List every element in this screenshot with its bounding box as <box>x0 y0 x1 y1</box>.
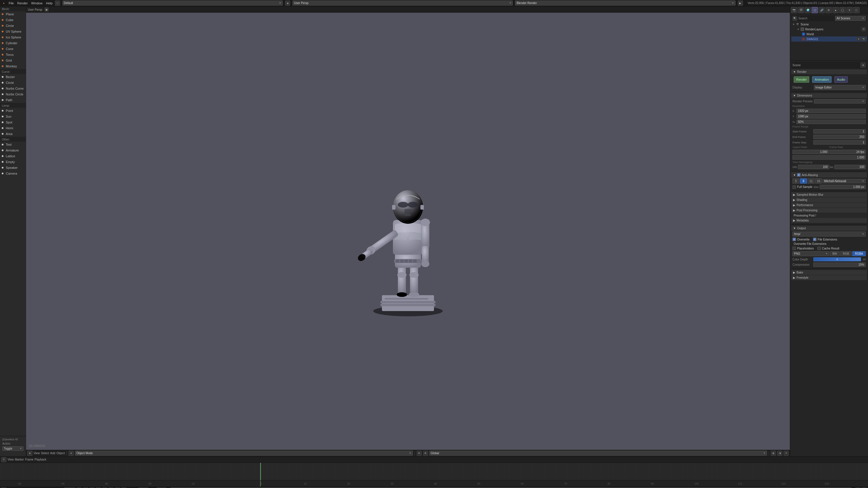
frame-btn[interactable]: Frame <box>25 458 34 461</box>
menu-item-camera[interactable]: Camera <box>0 170 26 176</box>
aa-btn-8[interactable]: 8 <box>800 178 807 184</box>
snap-icon[interactable]: ⊞ <box>423 451 428 456</box>
bw-btn[interactable]: BW <box>830 251 840 256</box>
asp-x-value[interactable]: 1.000 <box>793 150 829 154</box>
metadata-header[interactable]: ▶ Metadata <box>791 218 867 223</box>
menu-item-empty[interactable]: Empty <box>0 159 26 165</box>
object-btn[interactable]: Object <box>56 452 65 455</box>
animation-button[interactable]: Animation <box>812 76 832 83</box>
object-render-icon[interactable]: 📷 <box>862 37 866 41</box>
shading-header[interactable]: ▶ Shading <box>791 197 867 203</box>
viewport-view-icon[interactable]: ▣ <box>44 7 49 11</box>
file-ext-checkbox[interactable] <box>813 238 816 241</box>
aa-checkbox[interactable] <box>797 173 801 176</box>
menu-item-text[interactable]: Text <box>0 142 26 148</box>
marker-btn[interactable]: Marker <box>15 458 24 461</box>
menu-item-hemi[interactable]: Hemi <box>0 125 26 131</box>
mode-icon[interactable]: □ <box>55 1 60 6</box>
mitchell-dropdown[interactable]: Mitchell-Netravali ▼ <box>823 179 866 183</box>
constraint-icon[interactable]: 🔗 <box>818 7 825 13</box>
menu-item-cube[interactable]: Cube <box>0 17 26 23</box>
menu-item-circle[interactable]: Circle <box>0 23 26 29</box>
start-frame-value[interactable]: 1 <box>813 129 866 134</box>
post-processing-header[interactable]: ▶ Post Processing <box>791 208 867 213</box>
menu-item-cone[interactable]: Cone <box>0 46 26 52</box>
menu-render[interactable]: Render <box>18 1 28 5</box>
rgb-btn[interactable]: RGB <box>840 251 852 256</box>
end-frame-value[interactable]: 250 <box>813 135 866 139</box>
aa-size-value[interactable]: 1.000 px <box>820 185 866 189</box>
engine-dropdown[interactable]: Blender Render ▼ <box>515 1 735 5</box>
viewport-content[interactable]: (0) SWAG01 <box>26 13 790 456</box>
res-pct-value[interactable]: 50% <box>797 120 866 124</box>
pivot-icon[interactable]: ⊕ <box>416 451 422 456</box>
color-depth-bar[interactable]: 8 <box>813 257 861 261</box>
viewport-icon-1[interactable]: ◈ <box>27 451 32 456</box>
menu-item-nurbs-circle[interactable]: Nurbs Circle <box>0 91 26 97</box>
world-props-icon[interactable]: 🌍 <box>805 7 811 13</box>
output-path-field[interactable]: /tmp/ ▼ <box>793 232 866 236</box>
menu-item-nurbs-curve[interactable]: Nurbs Curve <box>0 86 26 91</box>
timeline-area[interactable] <box>0 463 868 480</box>
motion-blur-header[interactable]: ▶ Sampled Motion Blur <box>791 192 867 197</box>
rgba-btn[interactable]: RGBA <box>852 251 866 256</box>
output-section-header[interactable]: ▼ Output <box>791 226 867 231</box>
res-y-value[interactable]: 1080 px <box>797 114 866 119</box>
freestyle-header[interactable]: ▶ Freestyle <box>791 275 867 281</box>
panel-search-icon[interactable]: 🔍 <box>793 16 797 21</box>
menu-help[interactable]: Help <box>46 1 53 5</box>
mode-dropdown[interactable]: Default ▼ <box>62 1 283 5</box>
old-value[interactable]: 100 <box>798 165 829 169</box>
scenes-dropdown[interactable]: All Scenes ▼ <box>835 16 866 21</box>
particle-icon[interactable]: ✦ <box>846 7 852 13</box>
view-timeline-btn[interactable]: View <box>7 458 14 461</box>
menu-window[interactable]: Window <box>31 1 42 5</box>
renderlayers-options[interactable]: ⚙ <box>862 27 866 31</box>
menu-item-armature[interactable]: Armature <box>0 148 26 153</box>
overwrite-checkbox[interactable] <box>793 238 796 241</box>
data-icon[interactable]: ▲ <box>832 7 839 13</box>
menu-item-spot[interactable]: Spot <box>0 120 26 125</box>
object-props-icon[interactable]: ◻ <box>812 7 818 13</box>
aa-section-header[interactable]: ▼ Anti-Aliasing <box>791 172 867 178</box>
playback-btn[interactable]: Playback <box>35 458 46 461</box>
menu-item-torus[interactable]: Torus <box>0 52 26 58</box>
menu-item-uvsphere[interactable]: UV Sphere <box>0 29 26 34</box>
format-dropdown[interactable]: PNG ▼ <box>793 251 829 256</box>
tree-item-object[interactable]: ◻ SWAG01 👁 📷 <box>791 36 867 42</box>
scene-dropdown[interactable]: User Persp ▼ <box>292 1 513 5</box>
full-sample-checkbox[interactable] <box>793 185 796 189</box>
render-icon[interactable]: ◐ <box>771 451 776 456</box>
menu-item-grid[interactable]: Grid <box>0 58 26 63</box>
compression-value[interactable]: 15% <box>813 262 866 267</box>
transform-dropdown[interactable]: Global ▼ <box>429 451 767 456</box>
bake-header[interactable]: ▶ Bake <box>791 270 867 275</box>
frame-step-value[interactable]: 1 <box>813 140 866 144</box>
menu-item-point[interactable]: Point <box>0 108 26 113</box>
menu-item-plane[interactable]: Plane <box>0 11 26 17</box>
new-value[interactable]: 100 <box>834 165 866 169</box>
manipulator-icon[interactable]: ✛ <box>783 451 789 456</box>
render-button[interactable]: Render <box>794 76 809 83</box>
menu-item-speaker[interactable]: Speaker <box>0 165 26 170</box>
audio-button[interactable]: Audio <box>834 76 848 83</box>
select-btn[interactable]: Select <box>41 452 49 455</box>
view-icon[interactable]: ◈ <box>285 1 290 6</box>
menu-item-lattice[interactable]: Lattice <box>0 153 26 159</box>
menu-item-sun[interactable]: Sun <box>0 113 26 120</box>
render-presets-dropdown[interactable]: ▼ <box>814 99 866 103</box>
action-dropdown[interactable]: Toggle ▼ <box>2 446 24 451</box>
aa-btn-5[interactable]: 5 <box>793 178 799 184</box>
icon-btn-1[interactable]: ▶ <box>738 1 743 6</box>
menu-item-monkey[interactable]: Monkey <box>0 63 26 69</box>
aa-btn-16[interactable]: 16 <box>815 178 822 184</box>
mode-select-icon[interactable]: ● <box>69 451 74 456</box>
menu-item-icosphere[interactable]: Ico Sphere <box>0 34 26 40</box>
placeholders-checkbox[interactable] <box>793 247 796 250</box>
cache-checkbox[interactable] <box>817 247 821 250</box>
menu-item-path[interactable]: Path <box>0 97 26 103</box>
menu-item-area[interactable]: Area <box>0 131 26 137</box>
res-x-value[interactable]: 1920 px <box>797 109 866 113</box>
scene-props-icon[interactable]: 🎬 <box>798 7 804 13</box>
viewport-shade-icon[interactable]: ◑ <box>777 451 782 456</box>
